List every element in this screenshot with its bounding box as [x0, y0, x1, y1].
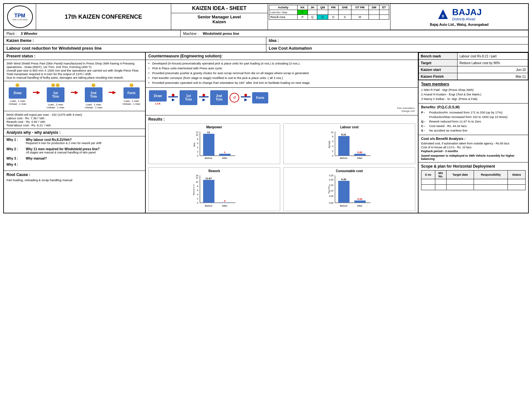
qm-check	[317, 10, 328, 15]
saved-text: Saved manpower is redeployed to 3Wh Vehi…	[421, 154, 526, 161]
svg-text:0: 0	[332, 155, 333, 157]
draw-step: 😊 Draw Load - 1 manUnload - 1 man	[9, 83, 26, 105]
root-cause-value: Part loading, unloading & scrap handling…	[6, 178, 143, 182]
benefit-c-label: C -	[421, 124, 429, 128]
target-value: Reduce Labour cost by 90%	[458, 60, 528, 66]
pm-header: PM	[328, 5, 338, 10]
scope-cell-1-4	[474, 179, 508, 185]
she-header: SHE	[339, 5, 351, 10]
svg-text:8.21: 8.21	[341, 133, 346, 136]
result-m: M	[351, 15, 369, 20]
theme-value-left: Labour cost reduction for Windshield pre…	[4, 44, 266, 52]
svg-text:Before: Before	[205, 157, 212, 160]
after-draw-step: Draw LCA	[149, 90, 167, 105]
result-blank1	[369, 15, 379, 20]
otpm-header: OT PM	[351, 5, 369, 10]
scope-responsibility-header: Responsibility	[474, 171, 508, 179]
cm-item-1: • Developed (in-house) pneumatically ope…	[148, 62, 415, 65]
rework-cost-stat: Rework cost - Rs. 0.82 / Veh	[6, 120, 143, 123]
scope-mc-header: M/cNo.	[435, 171, 447, 179]
after-proc-steps: Draw LCA ▶ 1stTrim ▶	[149, 90, 415, 105]
svg-text:11.67: 11.67	[205, 177, 212, 180]
manpower-svg: 0 2 4 6 8 10 12 11 1	[192, 130, 237, 162]
consumable-chart-title: Consumable cost	[285, 169, 413, 173]
after-draw-box: Draw	[149, 90, 167, 102]
result-blank2	[379, 15, 389, 20]
pm-check	[328, 10, 338, 15]
idea-right: Idea :	[266, 37, 528, 44]
theme-value: Labour cost reduction for Windshield pre…	[6, 46, 102, 51]
after-arr1: ▶	[168, 94, 178, 102]
svg-text:After: After	[222, 204, 227, 207]
svg-text:14: 14	[196, 174, 198, 177]
benefit-p-text: Production/Hr. increased from 171 to 200…	[429, 111, 502, 114]
svg-text:1: 1	[224, 151, 225, 154]
svg-rect-45	[219, 202, 231, 203]
scope-sno-header: S no	[421, 171, 435, 179]
svg-rect-58	[338, 181, 350, 203]
total-labour-stat: Total labour cost - Rs. 8.21 / Veh.	[6, 123, 143, 127]
svg-text:11: 11	[207, 131, 210, 134]
first-trim-step: 😊😊 1stTrim Load - 2 menUnload - 1 man	[47, 83, 64, 109]
scope-cell-2-3	[447, 185, 474, 190]
why2-block: Why 2 : Why 11 men required for Windshie…	[6, 147, 143, 154]
second-trim-box: 2ndTrim	[85, 87, 103, 102]
kaizen-start-value: Jun-10	[458, 66, 528, 73]
svg-text:8: 8	[197, 138, 198, 140]
results-section: Results : Manpower 0 2 4	[146, 115, 418, 213]
why1-answer: Required 9 men for production & 2 men fo…	[6, 142, 143, 145]
svg-text:2: 2	[197, 198, 198, 200]
arrow3: ▶	[109, 90, 116, 95]
svg-rect-43	[203, 180, 214, 203]
svg-text:10: 10	[196, 181, 198, 183]
form-load: Load - 1 manUnload - 1 man	[123, 100, 140, 105]
svg-text:6: 6	[197, 189, 198, 191]
svg-text:After: After	[357, 157, 362, 160]
benefit-c-text: Cost saved - Rs. 44.34 lacs	[429, 124, 467, 128]
arrow2: ▶	[71, 90, 78, 95]
scope-title: Scope & plan for Horizontal Deployment	[421, 164, 526, 169]
scope-cell-1-2	[435, 179, 447, 185]
svg-text:0.15: 0.15	[329, 184, 333, 186]
benefit-c: C - Cost saved - Rs. 44.34 lacs	[421, 124, 526, 128]
svg-text:2: 2	[197, 151, 198, 153]
first-trim-box: 1stTrim	[47, 87, 64, 102]
svg-rect-26	[338, 136, 350, 156]
team-title: Team members	[421, 82, 526, 86]
svg-text:4: 4	[332, 145, 333, 147]
dm-check	[369, 10, 379, 15]
draw-load: Load - 1 manUnload - 1 man	[9, 100, 26, 105]
cm-item-2: • Pick & Place units interlocked with Pr…	[148, 66, 415, 70]
svg-text:0: 0	[224, 200, 225, 202]
dm-header: DM	[369, 5, 379, 10]
svg-text:0.20: 0.20	[329, 179, 333, 181]
results-title: Results :	[148, 117, 415, 122]
jh-header: JH	[308, 5, 317, 10]
cost-line1: Estimated cost, if automation taken from…	[421, 142, 526, 145]
machine-label: Machine :	[183, 32, 199, 35]
benefit-p-sub: Production/Man increased form 152 to 160…	[421, 115, 526, 119]
lca-label: LCA	[155, 102, 160, 105]
benefit-q: Q - Rework reduced form 11.67 % to Zero	[421, 120, 526, 123]
theme-value-row: Labour cost reduction for Windshield pre…	[4, 44, 528, 53]
payback-label: Payback period	[421, 150, 443, 153]
cm-item-3: • Provided pneumatic pusher & gravity ch…	[148, 71, 415, 75]
result-area-label: Result Area	[269, 15, 297, 20]
tpm-text: TPM	[15, 13, 25, 19]
orientation-icon: ↺	[230, 93, 239, 103]
kk-check: ✓	[297, 10, 308, 15]
svg-text:0.82: 0.82	[357, 151, 362, 154]
after-first-trim-step: 1stTrim	[180, 90, 197, 105]
bajaj-triangle-icon: B	[437, 8, 449, 21]
bench-mark-value: Labour cost Rs.8.21 / part	[458, 53, 528, 60]
scope-status-header: Status	[508, 171, 526, 179]
theme-row: Kaizen theme : Idea :	[4, 37, 528, 44]
svg-rect-13	[219, 154, 231, 156]
she-check	[339, 10, 351, 15]
after-arr2: ▶	[199, 94, 209, 102]
svg-text:Nos.: Nos.	[193, 142, 195, 147]
svg-text:10: 10	[196, 134, 198, 136]
activity-table-section: Activity KK JH QM PM SHE OT PM DM ET Los…	[268, 4, 390, 30]
cost-line2: Cost of In-house all LCA's - Rs. 10 lacs	[421, 146, 526, 149]
team-member-3: 3 Manoj V Kelkar - Sr. Mgr. (Press & Fab…	[421, 97, 526, 101]
